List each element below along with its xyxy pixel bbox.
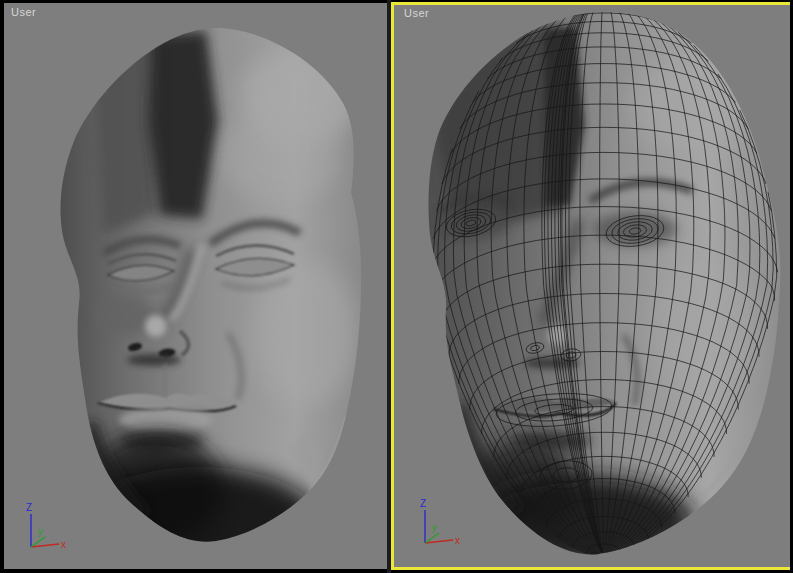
z-axis-label: Z: [420, 498, 426, 509]
axis-tripod-icon: Z x y: [14, 501, 78, 559]
head-model-wireframe[interactable]: [394, 5, 790, 567]
x-axis-label: x: [61, 539, 66, 550]
viewport-shaded[interactable]: User: [4, 3, 387, 569]
viewport-label[interactable]: User: [404, 7, 429, 19]
y-axis-label: y: [37, 526, 44, 537]
y-axis-label: y: [431, 522, 438, 533]
x-axis-label: x: [455, 535, 460, 546]
axis-tripod-icon: Z x y: [408, 497, 472, 555]
z-axis-label: Z: [26, 502, 32, 513]
viewport-label[interactable]: User: [11, 6, 36, 18]
viewport-wireframe-active[interactable]: User Z x: [391, 2, 790, 570]
head-model-shaded[interactable]: [4, 3, 387, 569]
